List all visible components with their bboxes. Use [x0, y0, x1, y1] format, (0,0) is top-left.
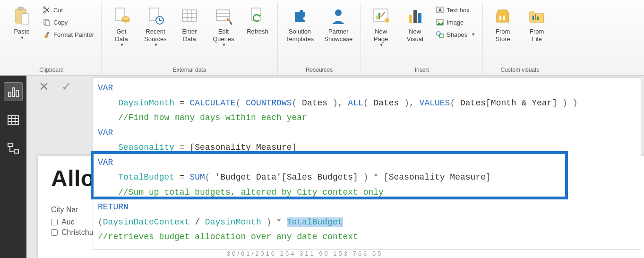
caret-icon: ▼	[379, 43, 384, 47]
group-label-clipboard: Clipboard	[7, 65, 96, 74]
dax-function: COUNTROWS	[246, 98, 292, 108]
dax-function: CALCULATE	[189, 98, 235, 108]
dax-function: SUM	[189, 172, 205, 182]
edit-queries-button[interactable]: Edit Queries ▼	[208, 4, 239, 50]
partner-showcase-label: Partner Showcase	[324, 28, 352, 43]
copy-icon	[43, 18, 51, 26]
new-visual-label: New Visual	[407, 28, 423, 43]
get-data-button[interactable]: Get Data ▼	[106, 4, 137, 50]
image-label: Image	[447, 19, 464, 26]
left-rail	[0, 76, 26, 258]
enter-data-label: Enter Data	[182, 28, 197, 43]
dax-function: ALL	[348, 98, 363, 108]
dax-identifier: DaysinDateContext	[103, 217, 190, 227]
enter-data-button[interactable]: Enter Data	[174, 4, 205, 45]
dax-keyword: RETURN	[98, 202, 129, 212]
dax-identifier: DaysinMonth	[205, 217, 261, 227]
svg-rect-41	[9, 92, 11, 96]
dax-text: (	[450, 98, 460, 108]
dax-identifier-selected: TotalBudget	[287, 217, 343, 227]
recent-sources-button[interactable]: Recent Sources ▼	[140, 4, 171, 50]
dax-identifier: TotalBudget	[118, 172, 174, 182]
refresh-button[interactable]: Refresh	[242, 4, 273, 38]
dax-text: (	[292, 98, 302, 108]
svg-rect-29	[418, 13, 421, 23]
svg-point-22	[335, 9, 342, 16]
format-painter-button[interactable]: Format Painter	[41, 29, 96, 40]
dax-comment: //Sum up total budgets, altered by City …	[118, 188, 384, 197]
new-page-icon	[371, 6, 391, 26]
model-view-button[interactable]	[4, 139, 23, 158]
partner-showcase-button[interactable]: Partner Showcase	[321, 4, 356, 45]
svg-rect-40	[537, 17, 539, 20]
relationship-icon	[7, 142, 19, 155]
dax-text: =	[174, 172, 189, 182]
paste-button[interactable]: Paste ▼	[7, 4, 37, 43]
svg-point-33	[438, 21, 439, 22]
main-area: Allo City Nar Auc Christchurch 30/01/201…	[0, 76, 644, 258]
svg-rect-24	[376, 16, 378, 19]
caret-icon: ▼	[154, 43, 158, 47]
from-file-button[interactable]: From File	[522, 4, 552, 45]
new-page-button[interactable]: New Page ▼	[366, 4, 396, 50]
svg-rect-27	[409, 15, 412, 23]
copy-button[interactable]: Copy	[41, 17, 96, 27]
svg-rect-36	[499, 16, 501, 20]
dax-keyword: VAR	[98, 158, 113, 167]
report-view-button[interactable]	[4, 82, 23, 101]
svg-rect-28	[413, 10, 417, 23]
dax-text: ) )	[557, 98, 577, 108]
checkbox[interactable]	[51, 219, 58, 225]
solution-templates-label: Solution Templates	[286, 28, 314, 43]
solution-templates-button[interactable]: Solution Templates	[283, 4, 317, 45]
store-icon	[493, 6, 513, 26]
dax-text: =	[174, 98, 189, 108]
dax-text: = [Seasonality Measure]	[174, 143, 297, 152]
dax-text: Dates[Month & Year]	[460, 98, 557, 108]
svg-rect-37	[503, 16, 505, 20]
group-insert: New Page ▼ New Visual A Text box Image S	[361, 2, 483, 75]
dax-text: [Seasonality Measure]	[384, 172, 491, 182]
formula-controls: ✕ ✓	[36, 79, 75, 94]
caret-icon: ▼	[222, 43, 226, 47]
formula-accept-button[interactable]: ✓	[59, 79, 75, 94]
enter-data-icon	[180, 6, 199, 26]
dax-comment: //Find how many days within each year	[118, 113, 307, 122]
formula-editor[interactable]: VAR DaysinMonth = CALCULATE( COUNTROWS( …	[93, 77, 641, 250]
dax-text: ) *	[358, 172, 384, 182]
svg-rect-43	[16, 90, 18, 96]
from-store-label: From Store	[496, 28, 510, 43]
svg-rect-42	[12, 88, 15, 96]
cut-button[interactable]: Cut	[41, 5, 96, 15]
svg-rect-39	[535, 14, 536, 20]
formula-cancel-button[interactable]: ✕	[36, 79, 52, 94]
svg-rect-1	[18, 7, 23, 10]
group-label-custom-visuals: Custom visuals	[488, 65, 552, 74]
get-data-label: Get Data	[115, 28, 128, 43]
scissors-icon	[43, 6, 51, 14]
shapes-button[interactable]: Shapes ▼	[434, 29, 478, 40]
copy-label: Copy	[53, 19, 68, 26]
dax-text: Dates	[373, 98, 399, 108]
from-store-button[interactable]: From Store	[488, 4, 518, 45]
slicer-item-label: Auc	[61, 218, 75, 226]
group-label-external-data: External data	[106, 65, 273, 74]
person-icon	[328, 6, 348, 26]
text-box-button[interactable]: A Text box	[434, 5, 478, 15]
new-visual-button[interactable]: New Visual	[400, 4, 430, 45]
svg-rect-44	[8, 116, 18, 124]
brush-icon	[43, 31, 51, 38]
checkbox[interactable]	[51, 229, 58, 236]
data-view-button[interactable]	[4, 111, 23, 129]
svg-rect-2	[21, 14, 29, 24]
dax-text: ) *	[261, 217, 287, 227]
svg-rect-6	[45, 21, 50, 26]
group-resources: Solution Templates Partner Showcase Reso…	[278, 2, 361, 75]
shapes-label: Shapes	[447, 31, 467, 38]
edit-queries-label: Edit Queries	[213, 28, 234, 43]
group-custom-visuals: From Store From File Custom visuals	[483, 2, 557, 75]
recent-sources-label: Recent Sources	[144, 28, 167, 43]
svg-rect-50	[14, 150, 18, 153]
caret-icon: ▼	[471, 32, 475, 37]
image-button[interactable]: Image	[434, 17, 478, 27]
